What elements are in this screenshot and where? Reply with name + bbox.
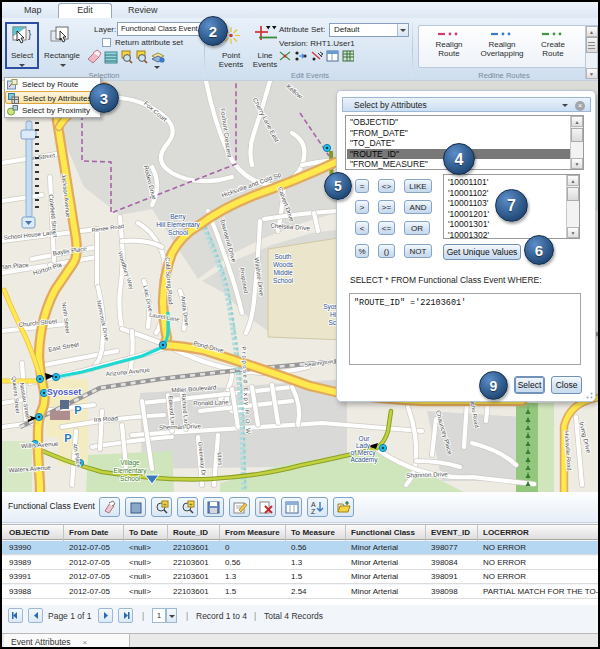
svg-text:Our: Our [359, 435, 371, 442]
svg-text:Elementary: Elementary [114, 467, 148, 475]
svg-text:Village: Village [120, 459, 140, 467]
svg-text:Shannon Drive: Shannon Drive [406, 470, 448, 478]
svg-text:Hill Elementary: Hill Elementary [156, 221, 200, 229]
svg-text:Syosset: Syosset [47, 387, 82, 397]
svg-text:Middle: Middle [273, 269, 293, 276]
svg-text:Sherman Drive: Sherman Drive [159, 422, 202, 430]
svg-text:South: South [275, 253, 292, 260]
svg-text:Woods: Woods [273, 261, 294, 268]
svg-text:P: P [74, 404, 81, 416]
svg-text:}: } [28, 29, 32, 40]
svg-text:School: School [120, 475, 140, 482]
svg-text:Academy: Academy [350, 456, 378, 464]
svg-text:+: + [163, 501, 167, 507]
svg-text:Z: Z [311, 508, 316, 515]
svg-text:+: + [189, 501, 193, 507]
svg-text:A: A [311, 501, 316, 508]
svg-text:Ronald Lane: Ronald Lane [193, 398, 229, 406]
svg-text:School: School [168, 229, 188, 236]
svg-text:Berry: Berry [170, 213, 186, 221]
svg-text:P: P [64, 432, 71, 444]
svg-text:School: School [273, 277, 293, 284]
